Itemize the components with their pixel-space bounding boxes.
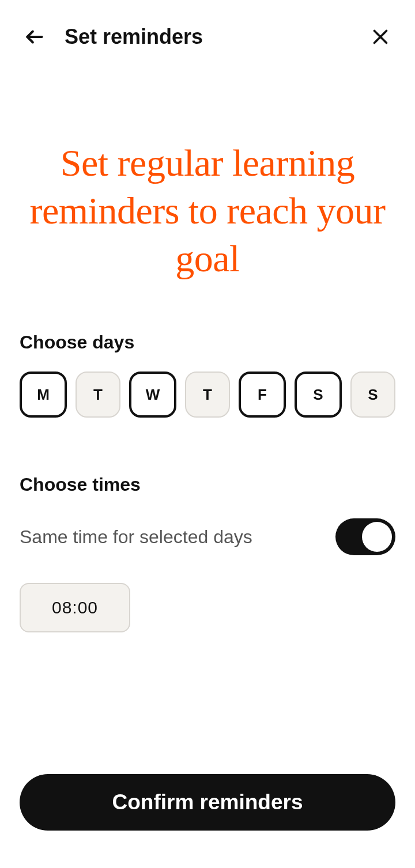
day-pill-3[interactable]: T	[185, 372, 230, 418]
back-button[interactable]	[21, 23, 48, 51]
day-pill-0[interactable]: M	[20, 372, 67, 418]
toggle-knob	[362, 522, 392, 552]
day-pill-1[interactable]: T	[76, 372, 120, 418]
choose-days-title: Choose days	[20, 332, 395, 353]
day-pill-2[interactable]: W	[129, 372, 176, 418]
header: Set reminders	[0, 0, 415, 55]
confirm-label: Confirm reminders	[112, 790, 303, 814]
time-value: 08:00	[52, 598, 98, 617]
same-time-row: Same time for selected days	[20, 518, 395, 555]
days-row: MTWTFSS	[20, 372, 395, 418]
page-title: Set reminders	[65, 25, 203, 49]
day-pill-6[interactable]: S	[350, 372, 395, 418]
same-time-toggle[interactable]	[335, 518, 395, 555]
arrow-left-icon	[24, 26, 46, 48]
close-button[interactable]	[367, 23, 394, 51]
day-pill-4[interactable]: F	[239, 372, 286, 418]
hero-heading: Set regular learning reminders to reach …	[20, 139, 395, 282]
close-icon	[370, 26, 391, 47]
confirm-button[interactable]: Confirm reminders	[20, 774, 395, 831]
day-pill-5[interactable]: S	[295, 372, 342, 418]
content: Set regular learning reminders to reach …	[0, 139, 415, 632]
choose-times-title: Choose times	[20, 474, 395, 495]
same-time-label: Same time for selected days	[20, 526, 252, 548]
time-selector[interactable]: 08:00	[20, 583, 130, 632]
